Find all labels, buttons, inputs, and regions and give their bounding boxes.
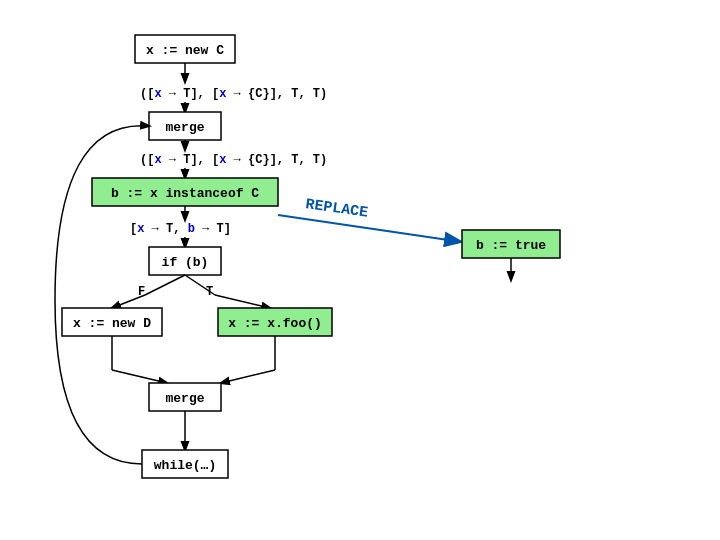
type-annotation-2: ([x → T], [x → {C}], T, T) (140, 153, 327, 167)
flowchart-diagram: x := new C ([x → T], [x → {C}], T, T) me… (0, 0, 720, 540)
node-assign-d-label: x := new D (73, 316, 151, 331)
node-merge2-label: merge (165, 391, 204, 406)
node-b-true-label: b := true (476, 238, 546, 253)
node-merge1-label: merge (165, 120, 204, 135)
node-while-label: while(…) (154, 458, 216, 473)
node-assign-x-label: x := new C (146, 43, 224, 58)
type-annotation-3: [x → T, b → T] (130, 222, 231, 236)
node-assign-foo-label: x := x.foo() (228, 316, 322, 331)
node-instanceof-label: b := x instanceof C (111, 186, 259, 201)
label-F: F (138, 285, 145, 299)
svg-line-13 (221, 370, 275, 383)
node-ifb-label: if (b) (162, 255, 209, 270)
svg-line-9 (215, 295, 270, 308)
svg-line-11 (112, 370, 167, 383)
type-annotation-1: ([x → T], [x → {C}], T, T) (140, 87, 327, 101)
svg-line-15 (278, 215, 462, 242)
svg-line-6 (145, 275, 185, 295)
replace-label: REPLACE (304, 196, 369, 222)
label-T: T (206, 285, 213, 299)
